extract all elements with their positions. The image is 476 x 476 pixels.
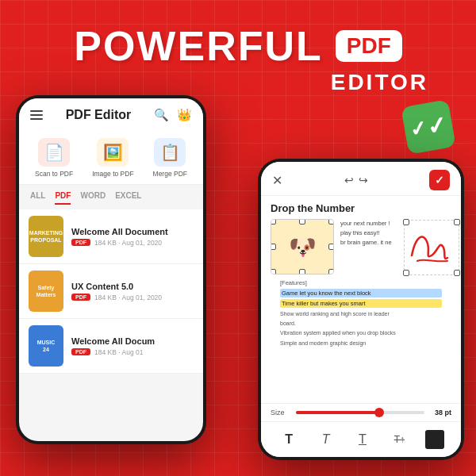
doc-size-2: 184 KB · Aug 01, 2020 — [94, 294, 162, 301]
phone-right: ✕ ↩ ↪ ✓ Drop the Number 🐶 — [258, 159, 464, 460]
tab-word[interactable]: WORD — [80, 191, 106, 205]
tool-icons-row: 📄 Scan to PDF 🖼️ Image to PDF 📋 Merge PD… — [19, 129, 203, 185]
doc-badge-2: PDF — [71, 294, 90, 301]
feature-item-5: Vibration system applied when you drop b… — [280, 328, 442, 337]
sig-handle-tl[interactable] — [403, 219, 409, 225]
text-strikethrough-button[interactable]: T↑ — [388, 428, 410, 451]
tab-pdf[interactable]: PDF — [55, 191, 71, 205]
doc-meta-3: PDF 184 KB · Aug 01 — [71, 348, 194, 356]
feature-item-3: Show world ranking and high score in lea… — [280, 309, 442, 318]
handle-tl[interactable] — [271, 219, 276, 225]
size-slider-fill — [296, 411, 379, 414]
features-section: [Features] Game let you know the next bl… — [271, 279, 451, 347]
size-value: 38 pt — [431, 409, 451, 416]
image-to-pdf-tool[interactable]: 🖼️ Image to PDF — [92, 138, 133, 178]
tab-all[interactable]: ALL — [30, 191, 45, 205]
doc-badge-3: PDF — [71, 348, 90, 355]
text-italic-button[interactable]: T — [315, 428, 337, 451]
pdf-body-row: 🐶 your next number !play this easy!!br b… — [271, 219, 451, 274]
undo-redo-group: ↩ ↪ — [344, 174, 368, 186]
topbar-left: ✕ — [272, 173, 282, 188]
image-pdf-label: Image to PDF — [92, 170, 133, 178]
redo-icon[interactable]: ↪ — [359, 174, 368, 186]
handle-ml[interactable] — [271, 244, 276, 250]
doc-name-1: Welcome All Document — [71, 227, 194, 236]
handle-br[interactable] — [328, 269, 334, 274]
doc-name-3: Welcome All Docum — [71, 336, 194, 346]
hamburger-menu-icon[interactable] — [30, 110, 43, 120]
text-underline-button[interactable]: T — [351, 428, 374, 451]
text-color-button[interactable] — [425, 430, 444, 449]
header-area: POWERFUL PDF — [0, 22, 476, 70]
phone-left-title: PDF Editor — [66, 108, 132, 122]
feature-item-4: board. — [280, 319, 442, 328]
text-toolbar: T T T T↑ — [261, 421, 461, 457]
phone-left-screen: PDF Editor 🔍 👑 📄 Scan to PDF 🖼️ Image to… — [19, 98, 203, 441]
feature-item-2: Time killer but makes you smart — [280, 299, 442, 308]
close-icon[interactable]: ✕ — [272, 173, 282, 188]
doc-item-1[interactable]: MARKETINGPROPOSAL Welcome All Document P… — [19, 209, 203, 264]
sig-handle-br[interactable] — [454, 270, 460, 276]
merge-pdf-tool[interactable]: 📋 Merge PDF — [153, 138, 187, 178]
doc-info-1: Welcome All Document PDF 184 KB · Aug 01… — [71, 227, 194, 247]
phone-left-header: PDF Editor 🔍 👑 — [19, 98, 203, 129]
document-list: MARKETINGPROPOSAL Welcome All Document P… — [19, 209, 203, 374]
doc-item-3[interactable]: MUSIC24 Welcome All Docum PDF 184 KB · A… — [19, 319, 203, 374]
green-check-badge: ✓ — [401, 99, 456, 155]
phone-header-icons: 🔍 👑 — [154, 108, 192, 122]
feature-item-1: Game let you know the next block — [280, 289, 442, 298]
doc-item-2[interactable]: SafetyMatters UX Content 5.0 PDF 184 KB … — [19, 264, 203, 319]
editor-label: EDITOR — [331, 70, 428, 95]
undo-icon[interactable]: ↩ — [344, 174, 354, 186]
pdf-content-area: Drop the Number 🐶 your next number !play… — [261, 196, 461, 403]
pdf-badge: PDF — [336, 30, 402, 62]
check-icon: ✓ — [408, 115, 429, 142]
handle-bm[interactable] — [299, 269, 305, 274]
crown-icon[interactable]: 👑 — [177, 108, 192, 122]
sig-handle-bl[interactable] — [403, 270, 409, 276]
text-normal-button[interactable]: T — [278, 428, 300, 451]
pdf-doc-title: Drop the Number — [271, 202, 451, 214]
doc-info-3: Welcome All Docum PDF 184 KB · Aug 01 — [71, 336, 194, 356]
cat-image: 🐶 — [289, 234, 317, 260]
signature-drawing — [408, 228, 455, 267]
doc-size-3: 184 KB · Aug 01 — [94, 348, 143, 356]
phone-left: PDF Editor 🔍 👑 📄 Scan to PDF 🖼️ Image to… — [16, 95, 206, 444]
doc-name-2: UX Content 5.0 — [71, 282, 194, 291]
features-label: [Features] — [280, 279, 442, 286]
feature-item-6: Simple and modern graphic design — [280, 339, 442, 347]
doc-badge-1: PDF — [71, 239, 90, 246]
handle-tm[interactable] — [299, 219, 305, 225]
size-slider-thumb[interactable] — [374, 408, 384, 417]
merge-pdf-label: Merge PDF — [153, 170, 187, 178]
doc-thumbnail-1: MARKETINGPROPOSAL — [29, 216, 63, 257]
size-slider-track[interactable] — [296, 411, 424, 414]
doc-info-2: UX Content 5.0 PDF 184 KB · Aug 01, 2020 — [71, 282, 194, 301]
handle-mr[interactable] — [328, 244, 334, 250]
doc-thumbnail-3: MUSIC24 — [29, 325, 63, 367]
handle-bl[interactable] — [271, 269, 276, 274]
search-icon[interactable]: 🔍 — [154, 108, 169, 122]
pdf-badge-text: PDF — [347, 33, 391, 59]
tab-excel[interactable]: EXCEL — [115, 191, 141, 205]
doc-thumbnail-2: SafetyMatters — [29, 271, 63, 312]
doc-meta-2: PDF 184 KB · Aug 01, 2020 — [71, 294, 194, 301]
tabs-row: ALL PDF WORD EXCEL — [19, 185, 203, 205]
confirm-button[interactable]: ✓ — [429, 170, 450, 190]
scan-pdf-label: Scan to PDF — [35, 170, 73, 178]
size-slider-row: Size 38 pt — [261, 403, 461, 421]
phone-right-screen: ✕ ↩ ↪ ✓ Drop the Number 🐶 — [261, 162, 461, 457]
doc-size-1: 184 KB · Aug 01, 2020 — [94, 239, 162, 247]
scan-to-pdf-tool[interactable]: 📄 Scan to PDF — [35, 138, 73, 178]
signature-box[interactable] — [404, 220, 459, 275]
powerful-label: POWERFUL — [74, 22, 323, 70]
size-label: Size — [271, 409, 290, 416]
sig-handle-tr[interactable] — [454, 219, 460, 225]
phone-right-topbar: ✕ ↩ ↪ ✓ — [261, 162, 461, 196]
pdf-image-box[interactable]: 🐶 — [271, 219, 334, 274]
handle-tr[interactable] — [328, 219, 334, 225]
doc-meta-1: PDF 184 KB · Aug 01, 2020 — [71, 239, 194, 247]
